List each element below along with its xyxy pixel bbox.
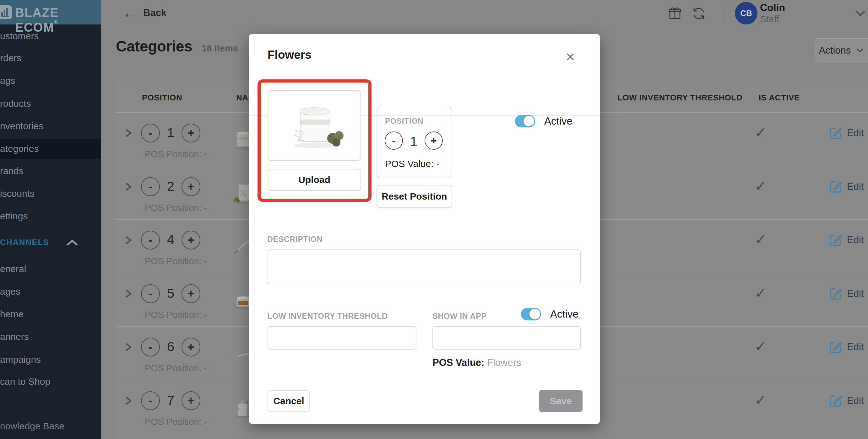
- edit-button[interactable]: Edit: [828, 179, 864, 194]
- is-active-checkmark: ✓: [751, 284, 770, 302]
- expand-row-chevron-icon[interactable]: [123, 128, 134, 138]
- back-button[interactable]: ← Back: [123, 4, 166, 22]
- chevron-down-icon: [856, 48, 864, 53]
- sidebar-item-categories[interactable]: ategories: [0, 139, 101, 159]
- position-increment-button[interactable]: +: [425, 132, 443, 150]
- save-button: Save: [539, 390, 583, 412]
- position-value: 5: [160, 286, 182, 301]
- low-inventory-input[interactable]: [268, 326, 416, 349]
- edit-pencil-icon: [828, 179, 843, 194]
- column-header-low-inventory: LOW INVENTORY THRESHOLD: [617, 93, 742, 103]
- category-image-preview[interactable]: [268, 90, 361, 161]
- sidebar-item-tags[interactable]: ags: [0, 71, 101, 91]
- expand-row-chevron-icon[interactable]: [123, 181, 134, 192]
- position-value: 2: [160, 179, 182, 194]
- pos-position-text: POS Position: -: [145, 363, 207, 373]
- sidebar-item-theme[interactable]: heme: [0, 304, 101, 324]
- cancel-button[interactable]: Cancel: [268, 390, 310, 412]
- position-increment-button[interactable]: +: [182, 177, 200, 196]
- position-panel: POSITION - 1 + POS Value: -: [376, 107, 452, 178]
- position-decrement-button[interactable]: -: [385, 132, 403, 150]
- brand-registered-mark: ®: [54, 20, 58, 25]
- sidebar-item-campaigns[interactable]: ampaigns: [0, 349, 101, 370]
- sidebar: BLAZE ECOM® ustomersrdersagsroductsnvent…: [0, 0, 101, 439]
- sidebar-item-banners[interactable]: anners: [0, 327, 101, 347]
- description-label: DESCRIPTION: [267, 235, 322, 244]
- actions-button[interactable]: Actions: [815, 38, 868, 62]
- description-textarea[interactable]: [268, 249, 581, 284]
- position-increment-button[interactable]: +: [182, 124, 200, 142]
- expand-row-chevron-icon[interactable]: [123, 235, 134, 245]
- edit-button[interactable]: Edit: [828, 233, 864, 247]
- position-decrement-button[interactable]: -: [141, 338, 160, 357]
- gift-icon[interactable]: [667, 6, 683, 21]
- brand-chart-icon: [0, 5, 12, 19]
- show-in-app-input[interactable]: [432, 326, 581, 349]
- refresh-icon[interactable]: [691, 6, 707, 21]
- column-header-is-active: IS ACTIVE: [759, 93, 800, 103]
- position-decrement-button[interactable]: -: [141, 231, 160, 249]
- position-increment-button[interactable]: +: [182, 391, 200, 410]
- active-toggle-label: Active: [544, 115, 572, 127]
- edit-button[interactable]: Edit: [828, 126, 864, 140]
- edit-button[interactable]: Edit: [828, 340, 864, 354]
- sidebar-item-general[interactable]: eneral: [0, 259, 101, 279]
- position-increment-button[interactable]: +: [182, 338, 200, 357]
- expand-row-chevron-icon[interactable]: [123, 395, 134, 406]
- position-increment-button[interactable]: +: [182, 231, 200, 249]
- sidebar-item-customers[interactable]: ustomers: [0, 26, 101, 46]
- header-divider: [723, 5, 724, 23]
- is-active-checkmark: ✓: [751, 178, 770, 195]
- position-value: 7: [160, 393, 182, 408]
- sidebar-item-scan-to-shop[interactable]: can to Shop: [0, 372, 101, 392]
- position-decrement-button[interactable]: -: [141, 177, 160, 196]
- sidebar-item-pages[interactable]: ages: [0, 281, 101, 302]
- edit-pencil-icon: [828, 286, 843, 301]
- is-active-checkmark: ✓: [751, 231, 770, 248]
- close-icon[interactable]: ✕: [563, 49, 578, 65]
- sidebar-item-inventories[interactable]: nventories: [0, 116, 101, 136]
- expand-row-chevron-icon[interactable]: [123, 289, 134, 299]
- position-decrement-button[interactable]: -: [141, 124, 160, 142]
- position-decrement-button[interactable]: -: [141, 284, 160, 303]
- sidebar-logo-band: BLAZE ECOM®: [0, 0, 101, 25]
- modal-title: Flowers: [268, 48, 312, 62]
- reset-position-button[interactable]: Reset Position: [376, 185, 452, 208]
- show-in-app-toggle-label: Active: [550, 308, 579, 320]
- user-name: Colin: [760, 2, 801, 13]
- back-arrow-icon: ←: [123, 4, 136, 22]
- sidebar-item-orders[interactable]: rders: [0, 48, 101, 68]
- position-decrement-button[interactable]: -: [141, 391, 160, 410]
- upload-button[interactable]: Upload: [268, 169, 361, 191]
- chevron-up-icon: [66, 239, 79, 246]
- sidebar-item-knowledge-base[interactable]: nowledge Base: [0, 417, 101, 435]
- pos-value-text: POS Value: -: [385, 159, 439, 169]
- show-in-app-toggle[interactable]: [521, 308, 541, 320]
- position-increment-button[interactable]: +: [182, 284, 200, 303]
- pos-position-text: POS Position: -: [145, 417, 207, 427]
- is-active-checkmark: ✓: [751, 392, 770, 409]
- avatar[interactable]: CB: [735, 2, 757, 25]
- expand-row-chevron-icon[interactable]: [123, 342, 134, 352]
- active-toggle[interactable]: [515, 115, 535, 127]
- edit-button[interactable]: Edit: [828, 286, 864, 301]
- sidebar-item-brands[interactable]: rands: [0, 161, 101, 181]
- show-in-app-pos-value: POS Value: Flowers: [432, 357, 521, 368]
- pos-position-text: POS Position: -: [145, 203, 207, 213]
- user-role: Staff: [760, 14, 801, 25]
- is-active-checkmark: ✓: [751, 124, 770, 141]
- pos-position-text: POS Position: -: [145, 256, 207, 266]
- pos-position-text: POS Position: -: [145, 310, 207, 320]
- position-value: 4: [160, 232, 182, 247]
- sidebar-section-channels[interactable]: CHANNELS: [0, 233, 101, 251]
- item-count: 18 Items: [202, 43, 238, 54]
- sidebar-item-discounts[interactable]: iscounts: [0, 183, 101, 204]
- position-panel-label: POSITION: [385, 117, 424, 126]
- edit-category-modal: Flowers ✕ Upload POSITION - 1 + POS Valu…: [249, 34, 600, 424]
- pos-position-text: POS Position: -: [145, 149, 207, 160]
- edit-button[interactable]: Edit: [828, 394, 864, 408]
- sidebar-item-settings[interactable]: ettings: [0, 206, 101, 226]
- chevron-down-icon[interactable]: [855, 10, 866, 17]
- column-header-position: POSITION: [142, 93, 182, 103]
- sidebar-item-products[interactable]: roducts: [0, 94, 101, 113]
